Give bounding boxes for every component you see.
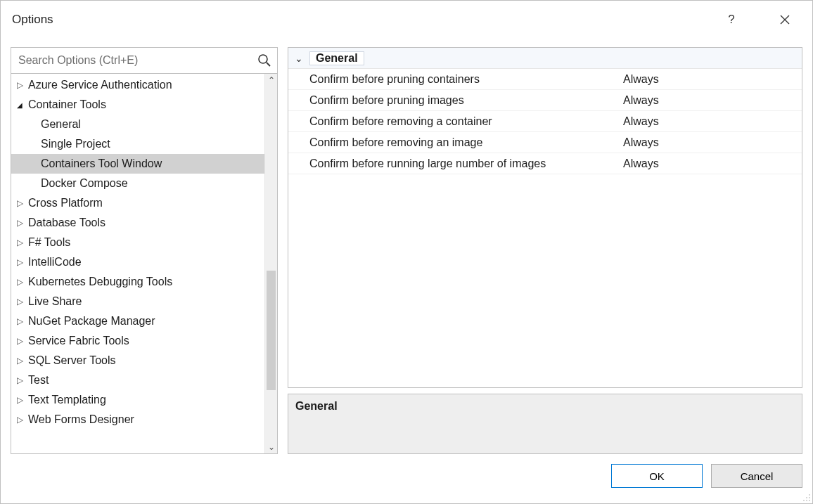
search-wrap [11, 47, 278, 74]
property-row[interactable]: Confirm before removing an imageAlways [288, 132, 802, 153]
property-label: Confirm before pruning images [288, 94, 619, 107]
tree-item[interactable]: ▷SQL Server Tools [11, 351, 264, 370]
expander-closed-icon[interactable]: ▷ [14, 316, 25, 326]
expander-closed-icon[interactable]: ▷ [14, 80, 25, 90]
property-label: Confirm before pruning containers [288, 73, 619, 86]
tree-item[interactable]: ▷Live Share [11, 292, 264, 311]
tree-item[interactable]: ▷NuGet Package Manager [11, 311, 264, 331]
property-value[interactable]: Always [619, 157, 802, 170]
dialog-body: ▷Azure Service Authentication◢Container … [1, 39, 812, 458]
tree-item-label: Database Tools [25, 217, 105, 229]
property-label: Confirm before removing an image [288, 136, 619, 149]
tree-item-label: Containers Tool Window [38, 157, 162, 170]
property-row[interactable]: Confirm before pruning imagesAlways [288, 90, 802, 111]
tree-item-label: Container Tools [25, 98, 106, 111]
property-value[interactable]: Always [619, 94, 802, 107]
tree-item[interactable]: Containers Tool Window [11, 154, 264, 174]
options-dialog: Options ? ▷Azure Service Authentication◢… [0, 0, 813, 504]
tree-item[interactable]: ◢Container Tools [11, 95, 264, 115]
expander-closed-icon[interactable]: ▷ [14, 218, 25, 228]
cancel-button[interactable]: Cancel [711, 464, 802, 488]
tree-item[interactable]: Docker Compose [11, 174, 264, 193]
property-description-panel: General [288, 394, 802, 454]
svg-line-1 [267, 63, 270, 66]
tree-item-label: Single Project [38, 138, 110, 150]
expander-closed-icon[interactable]: ▷ [14, 395, 25, 405]
property-value[interactable]: Always [619, 73, 802, 86]
expander-closed-icon[interactable]: ▷ [14, 257, 25, 267]
tree-item-label: General [38, 118, 81, 131]
svg-point-3 [806, 497, 807, 498]
property-grid: ⌄ General Confirm before pruning contain… [288, 47, 802, 388]
resize-grip-icon[interactable] [801, 492, 811, 502]
tree-item[interactable]: ▷Text Templating [11, 390, 264, 410]
property-category-row[interactable]: ⌄ General [288, 48, 802, 69]
tree-item[interactable]: ▷Service Fabric Tools [11, 331, 264, 351]
search-input[interactable] [17, 53, 257, 67]
tree-item-label: Service Fabric Tools [25, 335, 129, 347]
svg-point-4 [809, 497, 810, 498]
tree-item-label: Web Forms Designer [25, 413, 134, 426]
dialog-footer: OK Cancel [1, 458, 812, 503]
tree-item-label: Docker Compose [38, 177, 128, 190]
tree-item[interactable]: ▷Database Tools [11, 213, 264, 233]
property-row[interactable]: Confirm before pruning containersAlways [288, 69, 802, 90]
tree-item[interactable]: ▷Cross Platform [11, 193, 264, 213]
expander-closed-icon[interactable]: ▷ [14, 297, 25, 306]
tree-item-label: Cross Platform [25, 197, 103, 209]
svg-point-2 [809, 494, 810, 496]
property-label: Confirm before removing a container [288, 115, 619, 128]
scroll-thumb[interactable] [267, 271, 276, 390]
expander-closed-icon[interactable]: ▷ [14, 356, 25, 366]
chevron-down-icon[interactable]: ⌄ [288, 53, 309, 64]
tree-item[interactable]: ▷Test [11, 370, 264, 390]
tree-item[interactable]: ▷Kubernetes Debugging Tools [11, 272, 264, 292]
expander-closed-icon[interactable]: ▷ [14, 375, 25, 385]
tree-item-label: IntelliCode [25, 256, 82, 269]
tree-item[interactable]: Single Project [11, 134, 264, 154]
tree-item[interactable]: ▷F# Tools [11, 233, 264, 252]
right-pane: ⌄ General Confirm before pruning contain… [288, 47, 802, 454]
property-description-title: General [295, 400, 795, 413]
property-row[interactable]: Confirm before running large number of i… [288, 153, 802, 174]
tree-item-label: F# Tools [25, 236, 70, 249]
svg-point-6 [806, 500, 807, 501]
tree-item[interactable]: ▷Azure Service Authentication [11, 75, 264, 95]
property-value[interactable]: Always [619, 136, 802, 149]
expander-closed-icon[interactable]: ▷ [14, 415, 25, 425]
svg-point-0 [259, 55, 267, 63]
svg-point-7 [809, 500, 810, 501]
window-title: Options [12, 13, 715, 27]
search-icon[interactable] [257, 53, 271, 67]
options-tree[interactable]: ▷Azure Service Authentication◢Container … [11, 74, 264, 453]
options-tree-wrap: ▷Azure Service Authentication◢Container … [11, 74, 278, 454]
left-pane: ▷Azure Service Authentication◢Container … [11, 47, 278, 454]
property-category-label: General [309, 51, 364, 65]
tree-item-label: SQL Server Tools [25, 354, 116, 367]
tree-scrollbar[interactable]: ⌃ ⌄ [264, 74, 277, 453]
expander-closed-icon[interactable]: ▷ [14, 238, 25, 247]
close-icon [780, 15, 790, 25]
tree-item-label: Text Templating [25, 394, 106, 406]
svg-point-5 [803, 500, 805, 501]
expander-open-icon[interactable]: ◢ [14, 101, 25, 109]
tree-item-label: Live Share [25, 295, 82, 308]
scroll-down-icon[interactable]: ⌄ [265, 441, 277, 453]
help-button[interactable]: ? [715, 8, 748, 31]
property-value[interactable]: Always [619, 115, 802, 128]
tree-item[interactable]: General [11, 115, 264, 134]
close-button[interactable] [769, 8, 801, 31]
tree-item[interactable]: ▷Web Forms Designer [11, 410, 264, 429]
property-row[interactable]: Confirm before removing a containerAlway… [288, 111, 802, 132]
tree-item-label: Test [25, 374, 49, 387]
tree-item-label: Kubernetes Debugging Tools [25, 276, 172, 288]
ok-button[interactable]: OK [611, 464, 703, 488]
expander-closed-icon[interactable]: ▷ [14, 277, 25, 287]
tree-item[interactable]: ▷IntelliCode [11, 252, 264, 272]
expander-closed-icon[interactable]: ▷ [14, 336, 25, 346]
titlebar: Options ? [1, 1, 812, 39]
property-label: Confirm before running large number of i… [288, 157, 619, 170]
expander-closed-icon[interactable]: ▷ [14, 198, 25, 208]
scroll-up-icon[interactable]: ⌃ [265, 74, 277, 86]
tree-item-label: NuGet Package Manager [25, 315, 155, 328]
